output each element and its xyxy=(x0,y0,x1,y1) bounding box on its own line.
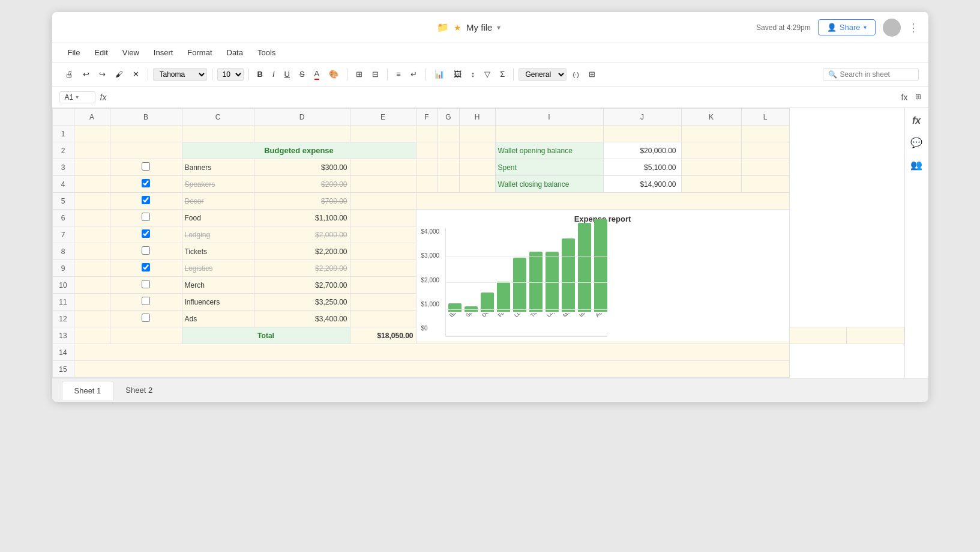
cell-a4[interactable] xyxy=(74,176,110,193)
cell-k1[interactable] xyxy=(681,126,741,142)
cell-a8[interactable] xyxy=(74,243,110,260)
cell-reference[interactable]: A1 ▾ xyxy=(59,91,95,103)
cell-f13[interactable] xyxy=(789,327,847,344)
cell-g1[interactable] xyxy=(437,126,459,142)
cell-a7[interactable] xyxy=(74,226,110,243)
cell-f3[interactable] xyxy=(416,159,437,176)
cell-l4[interactable] xyxy=(741,176,789,193)
cell-f1[interactable] xyxy=(416,126,437,142)
checkbox-ads[interactable] xyxy=(142,314,150,322)
checkbox-tickets[interactable] xyxy=(142,246,150,255)
cell-a13[interactable] xyxy=(74,327,110,344)
cell-j1[interactable] xyxy=(603,126,681,142)
highlight-button[interactable]: 🎨 xyxy=(325,68,342,80)
cell-c4-speakers[interactable]: Speakers xyxy=(182,176,254,193)
cell-e12[interactable] xyxy=(350,311,416,327)
borders-button[interactable]: ⊞ xyxy=(352,68,366,80)
tab-sheet2[interactable]: Sheet 2 xyxy=(113,381,164,399)
col-header-f[interactable]: F xyxy=(416,109,437,126)
cell-b7-checkbox[interactable] xyxy=(110,226,182,243)
cell-d1[interactable] xyxy=(254,126,350,142)
cell-b8-checkbox[interactable] xyxy=(110,243,182,260)
cell-a6[interactable] xyxy=(74,210,110,226)
tab-sheet1[interactable]: Sheet 1 xyxy=(62,381,114,400)
cell-g13-l13[interactable] xyxy=(847,327,904,344)
cell-d3-amount[interactable]: $300.00 xyxy=(254,159,350,176)
wallet-closing-label[interactable]: Wallet closing balance xyxy=(495,176,603,193)
cell-b12-checkbox[interactable] xyxy=(110,311,182,327)
cell-a9[interactable] xyxy=(74,260,110,277)
format-select[interactable]: General xyxy=(519,68,567,81)
cell-f2[interactable] xyxy=(416,142,437,159)
menu-file[interactable]: File xyxy=(62,46,86,59)
font-family-select[interactable]: Tahoma xyxy=(153,68,207,81)
cell-b9-checkbox[interactable] xyxy=(110,260,182,277)
filter-button[interactable]: ▽ xyxy=(481,68,494,80)
cell-a1[interactable] xyxy=(74,126,110,142)
wallet-opening-label[interactable]: Wallet opening balance xyxy=(495,142,603,159)
cell-c8-tickets[interactable]: Tickets xyxy=(182,243,254,260)
cell-a10[interactable] xyxy=(74,277,110,294)
cell-e11[interactable] xyxy=(350,294,416,311)
cell-i1[interactable] xyxy=(495,126,603,142)
cell-c6-food[interactable]: Food xyxy=(182,210,254,226)
cell-g4[interactable] xyxy=(437,176,459,193)
col-header-i[interactable]: I xyxy=(495,109,603,126)
cell-d4-amount[interactable]: $200.00 xyxy=(254,176,350,193)
cell-h2[interactable] xyxy=(459,142,495,159)
col-header-k[interactable]: K xyxy=(681,109,741,126)
cell-e4[interactable] xyxy=(350,176,416,193)
chevron-down-icon[interactable]: ▾ xyxy=(497,23,501,32)
cell-c5-decor[interactable]: Decor xyxy=(182,193,254,210)
cell-d11-amount[interactable]: $3,250.00 xyxy=(254,294,350,311)
cell-h4[interactable] xyxy=(459,176,495,193)
bold-button[interactable]: B xyxy=(254,68,266,80)
cell-e8[interactable] xyxy=(350,243,416,260)
font-color-button[interactable]: A xyxy=(311,67,323,82)
cell-b1[interactable] xyxy=(110,126,182,142)
cell-a2[interactable] xyxy=(74,142,110,159)
formula-expand-icon[interactable]: ⊞ xyxy=(915,93,921,102)
comment-sidebar-icon[interactable]: 💬 xyxy=(910,137,922,148)
cell-e9[interactable] xyxy=(350,260,416,277)
cell-c12-ads[interactable]: Ads xyxy=(182,311,254,327)
checkbox-influencers[interactable] xyxy=(142,297,150,305)
grid-button[interactable]: ⊞ xyxy=(585,68,599,80)
col-header-e[interactable]: E xyxy=(350,109,416,126)
cell-d10-amount[interactable]: $2,700.00 xyxy=(254,277,350,294)
star-icon[interactable]: ★ xyxy=(454,23,461,32)
cell-b6-checkbox[interactable] xyxy=(110,210,182,226)
cell-b4-checkbox[interactable] xyxy=(110,176,182,193)
cell-k2[interactable] xyxy=(681,142,741,159)
cell-b10-checkbox[interactable] xyxy=(110,277,182,294)
cell-e7[interactable] xyxy=(350,226,416,243)
cell-c10-merch[interactable]: Merch xyxy=(182,277,254,294)
total-amount-cell[interactable]: $18,050.00 xyxy=(350,327,416,344)
checkbox-speakers[interactable] xyxy=(142,179,150,187)
cell-d6-amount[interactable]: $1,100.00 xyxy=(254,210,350,226)
col-header-l[interactable]: L xyxy=(741,109,789,126)
wallet-closing-value[interactable]: $14,900.00 xyxy=(603,176,681,193)
col-header-c[interactable]: C xyxy=(182,109,254,126)
menu-edit[interactable]: Edit xyxy=(88,46,113,59)
col-header-j[interactable]: J xyxy=(603,109,681,126)
checkbox-banners[interactable] xyxy=(142,162,150,171)
col-header-h[interactable]: H xyxy=(459,109,495,126)
paint-format-button[interactable]: 🖌 xyxy=(112,68,127,80)
cell-c1[interactable] xyxy=(182,126,254,142)
col-header-d[interactable]: D xyxy=(254,109,350,126)
cell-b2[interactable] xyxy=(110,142,182,159)
cell-h3[interactable] xyxy=(459,159,495,176)
row-15-cells[interactable] xyxy=(74,361,789,378)
wallet-spent-label[interactable]: Spent xyxy=(495,159,603,176)
cell-b3-checkbox[interactable] xyxy=(110,159,182,176)
underline-button[interactable]: U xyxy=(281,68,293,80)
menu-format[interactable]: Format xyxy=(181,46,218,59)
formula-sidebar-icon[interactable]: fx xyxy=(912,115,921,126)
cell-c7-lodging[interactable]: Lodging xyxy=(182,226,254,243)
cell-e5[interactable] xyxy=(350,193,416,210)
cell-a11[interactable] xyxy=(74,294,110,311)
cell-b13[interactable] xyxy=(110,327,182,344)
cell-d9-amount[interactable]: $2,200.00 xyxy=(254,260,350,277)
chart-button[interactable]: 📊 xyxy=(431,68,448,80)
